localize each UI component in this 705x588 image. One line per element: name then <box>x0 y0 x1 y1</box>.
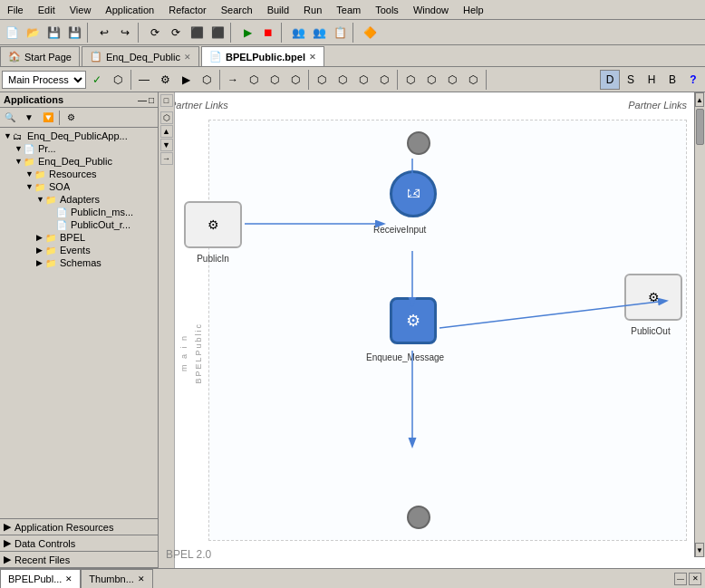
deploy-btn[interactable]: ⬡ <box>108 70 128 90</box>
tree-config-btn[interactable]: ⚙ <box>62 110 80 126</box>
help-context-btn[interactable]: ? <box>683 70 703 90</box>
pt-btn-8[interactable]: ⬡ <box>244 70 264 90</box>
tool-btn-4[interactable]: → <box>160 152 173 165</box>
back-btn[interactable]: ↩ <box>94 23 114 43</box>
scroll-v-thumb[interactable] <box>696 109 704 145</box>
new-btn[interactable]: 📄 <box>2 23 22 43</box>
tree-node-adapters[interactable]: ▼ 📁 Adapters <box>2 193 156 206</box>
pt-btn-14[interactable]: ⬡ <box>374 70 394 90</box>
menu-refactor[interactable]: Refactor <box>161 3 214 17</box>
undo-btn[interactable]: ⟳ <box>145 23 165 43</box>
menu-run[interactable]: Run <box>296 3 329 17</box>
publicout-element[interactable]: ⚙ <box>624 274 682 321</box>
thumb-close-btn[interactable]: ✕ <box>689 573 701 585</box>
receive-input-element[interactable]: ✉ <box>390 170 437 217</box>
tree-node-resources[interactable]: ▼ 📁 Resources <box>2 168 156 180</box>
tree-node-publicin[interactable]: 📄 PublicIn_ms... <box>2 206 156 218</box>
history-btn[interactable]: H <box>642 70 662 90</box>
tab-start-page[interactable]: 🏠 Start Page <box>0 46 80 66</box>
tree-node-soa[interactable]: ▼ 📁 SOA <box>2 180 156 193</box>
pt-btn-3[interactable]: — <box>134 70 154 90</box>
tab-enq-close[interactable]: ✕ <box>184 53 191 62</box>
forward-btn[interactable]: ↪ <box>115 23 135 43</box>
pt-btn-17[interactable]: ⬡ <box>442 70 462 90</box>
tab-bpel-close[interactable]: ✕ <box>309 53 316 62</box>
menu-application[interactable]: Application <box>98 3 161 17</box>
tree-filter-btn[interactable]: 🔽 <box>39 110 57 126</box>
open-btn[interactable]: 📂 <box>23 23 43 43</box>
menu-window[interactable]: Window <box>406 3 456 17</box>
app-resources-section[interactable]: ▶ Application Resources <box>0 519 158 535</box>
save-all-btn[interactable]: 💾 <box>64 23 84 43</box>
tool-btn-1[interactable]: ⬡ <box>160 111 173 124</box>
tree-node-schemas[interactable]: ▶ 📁 Schemas <box>2 256 156 269</box>
pt-btn-7[interactable]: → <box>223 70 243 90</box>
menu-search[interactable]: Search <box>214 3 260 17</box>
collapse-btn[interactable]: □ <box>160 94 173 107</box>
tree-node-bpel[interactable]: ▶ 📁 BPEL <box>2 231 156 244</box>
pt-btn-12[interactable]: ⬡ <box>333 70 352 90</box>
thumb-minimize-btn[interactable]: — <box>674 573 687 585</box>
tab-enq-deq[interactable]: 📋 Enq_Deq_Public ✕ <box>82 46 199 66</box>
menu-team[interactable]: Team <box>329 3 368 17</box>
redo-btn[interactable]: ⟳ <box>166 23 186 43</box>
debug2-btn[interactable]: ⬛ <box>208 23 227 43</box>
menu-view[interactable]: View <box>63 3 99 17</box>
sidebar-minimize-btn[interactable]: — <box>138 95 147 105</box>
pt-btn-9[interactable]: ⬡ <box>265 70 285 90</box>
pt-btn-6[interactable]: ⬡ <box>197 70 217 90</box>
scroll-down-btn[interactable]: ▼ <box>695 543 704 557</box>
pt-btn-10[interactable]: ⬡ <box>285 70 305 90</box>
pt-btn-15[interactable]: ⬡ <box>401 70 420 90</box>
sidebar-maximize-btn[interactable]: □ <box>149 95 154 105</box>
pt-btn-13[interactable]: ⬡ <box>353 70 373 90</box>
process-select[interactable]: Main Process <box>2 71 86 89</box>
bind-btn[interactable]: B <box>662 70 682 90</box>
pt-btn-18[interactable]: ⬡ <box>463 70 483 90</box>
tree-search-btn[interactable]: 🔍 <box>1 110 19 126</box>
data-controls-section[interactable]: ▶ Data Controls <box>0 535 158 552</box>
pt-sep-1 <box>130 70 131 90</box>
tree-node-publicout[interactable]: 📄 PublicOut_r... <box>2 218 156 231</box>
bpel-canvas[interactable]: Partner Links Partner Links □ ⬡ ▲ ▼ → m … <box>159 92 705 568</box>
tree-node-events[interactable]: ▶ 📁 Events <box>2 244 156 256</box>
pt-btn-11[interactable]: ⬡ <box>312 70 332 90</box>
thumb-tab-bpel[interactable]: BPELPubl... ✕ <box>0 569 81 588</box>
stop-btn[interactable]: ⏹ <box>258 23 278 43</box>
menu-help[interactable]: Help <box>456 3 491 17</box>
menu-build[interactable]: Build <box>260 3 296 17</box>
start-circle[interactable] <box>407 131 430 155</box>
thumb-tab-bpel-close[interactable]: ✕ <box>65 574 72 583</box>
scroll-up-btn[interactable]: ▲ <box>695 92 704 107</box>
run-btn[interactable]: ▶ <box>237 23 257 43</box>
tree-node-pr[interactable]: ▼ 📄 Pr... <box>2 142 156 155</box>
thumb-tab-thumbnail-close[interactable]: ✕ <box>138 574 145 583</box>
menu-file[interactable]: File <box>0 3 31 17</box>
team-btn[interactable]: 👥 <box>288 23 308 43</box>
pt-btn-5[interactable]: ▶ <box>176 70 196 90</box>
tool-btn-3[interactable]: ▼ <box>160 139 173 151</box>
validate-btn[interactable]: ✓ <box>87 70 107 90</box>
tree-node-enq-deq[interactable]: ▼ 📁 Enq_Deq_Public <box>2 155 156 168</box>
debug-btn[interactable]: ⬛ <box>187 23 207 43</box>
tool-btn-2[interactable]: ▲ <box>160 125 173 138</box>
pt-btn-4[interactable]: ⚙ <box>155 70 175 90</box>
design-view-btn[interactable]: D <box>600 70 620 90</box>
help-btn[interactable]: 🔶 <box>360 23 380 43</box>
source-view-btn[interactable]: S <box>621 70 641 90</box>
tab-bpel[interactable]: 📄 BPELPublic.bpel ✕ <box>201 46 324 66</box>
publicin-element[interactable]: ⚙ <box>184 201 242 248</box>
team2-btn[interactable]: 👥 <box>309 23 329 43</box>
end-circle[interactable] <box>407 506 430 529</box>
thumb-tab-thumbnail[interactable]: Thumbn... ✕ <box>81 569 153 588</box>
team3-btn[interactable]: 📋 <box>330 23 350 43</box>
enqueue-message-element[interactable]: ⚙ <box>390 297 437 344</box>
tree-dropdown-btn[interactable]: ▼ <box>20 110 38 126</box>
save-btn[interactable]: 💾 <box>43 23 63 43</box>
recent-files-section[interactable]: ▶ Recent Files <box>0 552 158 568</box>
pt-btn-16[interactable]: ⬡ <box>421 70 441 90</box>
menu-tools[interactable]: Tools <box>368 3 406 17</box>
canvas-scrollbar-v[interactable]: ▲ ▼ <box>694 92 705 557</box>
tree-node-enq-app[interactable]: ▼ 🗂 Enq_Deq_PublicApp... <box>2 130 156 142</box>
menu-edit[interactable]: Edit <box>31 3 63 17</box>
